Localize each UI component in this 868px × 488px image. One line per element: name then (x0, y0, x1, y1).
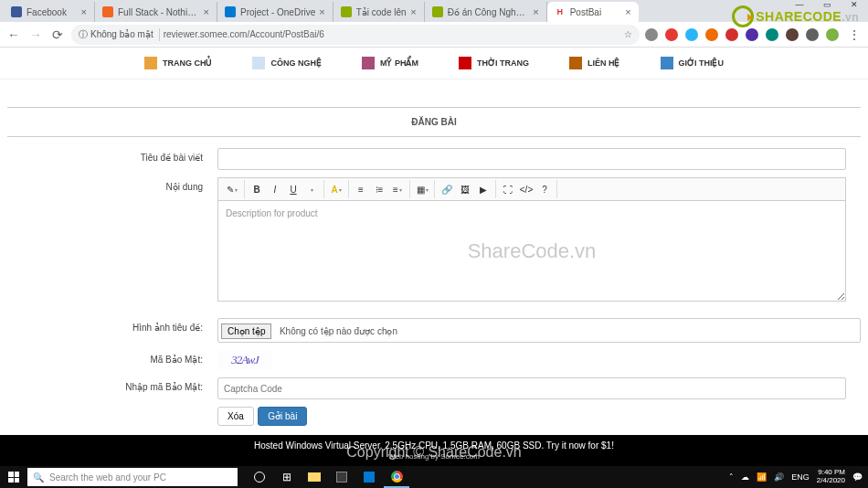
tray-chevron-icon[interactable]: ˄ (729, 472, 734, 482)
file-status: Không có tệp nào được chọn (280, 326, 397, 336)
tab-title: Đồ án Công Nghệ Phầ... (448, 7, 530, 17)
align-button[interactable]: ≡ (388, 180, 407, 198)
watermark-text: ShareCode.vn (468, 239, 597, 263)
text-color-button[interactable]: A (327, 180, 345, 198)
tab-onedrive[interactable]: Project - OneDrive × (217, 2, 333, 22)
nav-tech[interactable]: CÔNG NGHỆ (232, 53, 342, 73)
nav-contact[interactable]: LIÊN HỆ (549, 53, 640, 73)
close-icon[interactable]: × (410, 6, 416, 17)
label-captcha: Mã Bảo Mật: (7, 350, 217, 365)
choose-file-button[interactable]: Chọn tệp (221, 324, 271, 339)
store-icon[interactable] (329, 466, 355, 488)
search-placeholder: Search the web and your PC (49, 472, 166, 483)
nav-fashion[interactable]: THỜI TRANG (439, 53, 549, 73)
submit-button[interactable]: Gởi bài (258, 407, 307, 426)
tab-project[interactable]: Đồ án Công Nghệ Phầ... × (425, 2, 547, 22)
close-icon[interactable]: × (533, 6, 538, 17)
image-button[interactable]: 🖼 (456, 180, 474, 198)
italic-button[interactable]: I (266, 180, 284, 198)
ext-icon[interactable] (725, 28, 738, 41)
wifi-icon[interactable]: 📶 (757, 472, 767, 482)
code-view-button[interactable]: </> (517, 180, 535, 198)
tab-title: Facebook (26, 7, 78, 17)
table-button[interactable]: ▦ (413, 180, 431, 198)
close-icon[interactable]: × (204, 6, 209, 17)
tab-fullstack[interactable]: Full Stack - Nothing is... × (95, 2, 217, 22)
explorer-icon[interactable] (302, 466, 327, 488)
ext-icon[interactable] (645, 28, 658, 41)
ext-icon[interactable] (766, 28, 778, 41)
vscode-icon[interactable] (356, 466, 382, 488)
home-icon (144, 57, 157, 69)
unordered-list-button[interactable]: ≡ (352, 180, 370, 198)
watermark-logo: SHARECODE.vn (732, 5, 859, 27)
dress-icon (459, 57, 471, 69)
page-content: ĐĂNG BÀI Tiêu đề bài viết Nội dung ✎ B I… (0, 107, 868, 426)
security-warning: ⓘ Không bảo mật (79, 28, 160, 41)
clear-button[interactable]: Xóa (217, 407, 254, 426)
fullscreen-button[interactable]: ⛶ (499, 180, 517, 198)
label-enter-captcha: Nhập mã Bảo Mật: (7, 377, 217, 392)
font-color-dropdown[interactable] (302, 180, 321, 198)
close-icon[interactable]: × (81, 6, 87, 17)
label-content: Nội dung (7, 177, 217, 192)
site-icon: H (555, 6, 566, 17)
editor-toolbar: ✎ B I U A ≡ ⁝≡ ≡ ▦ (217, 177, 846, 201)
ext-icon[interactable] (806, 28, 819, 41)
post-title-input[interactable] (217, 148, 846, 170)
profile-avatar[interactable] (826, 28, 839, 41)
help-button[interactable]: ? (535, 180, 554, 198)
close-icon[interactable]: × (319, 6, 324, 17)
contact-icon (569, 57, 582, 69)
style-dropdown[interactable]: ✎ (223, 180, 241, 198)
nav-home[interactable]: TRANG CHỦ (124, 53, 233, 73)
video-button[interactable]: ▶ (474, 180, 492, 198)
clock[interactable]: 9:40 PM 2/4/2020 (817, 469, 845, 485)
onedrive-icon (225, 6, 236, 17)
ext-icon[interactable] (685, 28, 698, 41)
editor-placeholder: Description for product (226, 208, 318, 218)
extension-icons: ⋮ (645, 27, 863, 43)
back-button[interactable]: ← (5, 27, 22, 43)
link-button[interactable]: 🔗 (438, 180, 456, 198)
ext-icon[interactable] (665, 28, 678, 41)
task-view-icon[interactable]: ⊞ (274, 466, 300, 488)
tab-facebook[interactable]: Facebook × (4, 2, 95, 22)
watermark-footer: Copyright © ShareCode.vn (346, 444, 521, 461)
ext-icon[interactable] (786, 28, 799, 41)
site-icon (102, 6, 113, 17)
lipstick-icon (362, 57, 375, 69)
forward-button[interactable]: → (27, 27, 44, 43)
underline-button[interactable]: U (284, 180, 302, 198)
nav-about[interactable]: GIỚI THIỆU (640, 53, 745, 73)
captcha-input[interactable] (217, 377, 846, 399)
tab-title: PostBai (570, 7, 622, 17)
start-button[interactable] (0, 466, 27, 488)
tab-title: Tải code lên (356, 7, 408, 17)
star-icon[interactable]: ☆ (624, 29, 632, 39)
tab-postbai[interactable]: H PostBai × (547, 2, 639, 22)
nav-cosmetics[interactable]: MỸ PHẨM (342, 53, 439, 73)
ext-icon[interactable] (705, 28, 718, 41)
volume-icon[interactable]: 🔊 (774, 472, 784, 482)
onedrive-tray-icon[interactable]: ☁ (741, 472, 749, 482)
ordered-list-button[interactable]: ⁝≡ (370, 180, 388, 198)
label-thumbnail: Hình ảnh tiêu đề: (7, 318, 217, 333)
tab-title: Full Stack - Nothing is... (118, 7, 200, 17)
reload-button[interactable]: ⟳ (49, 27, 66, 43)
tab-upload-code[interactable]: Tải code lên × (333, 2, 425, 22)
editor-body[interactable]: Description for product ShareCode.vn (217, 201, 846, 302)
menu-icon[interactable]: ⋮ (846, 27, 863, 43)
label-post-title: Tiêu đề bài viết (7, 148, 217, 163)
notification-icon[interactable]: 💬 (852, 472, 863, 482)
windows-icon (8, 472, 19, 483)
chrome-icon[interactable] (384, 466, 409, 488)
url-field[interactable]: ⓘ Không bảo mật reviewer.somee.com/Accou… (71, 25, 640, 45)
main-nav: TRANG CHỦ CÔNG NGHỆ MỸ PHẨM THỜI TRANG L… (0, 48, 868, 80)
bold-button[interactable]: B (248, 180, 266, 198)
taskbar-search[interactable]: 🔍 Search the web and your PC (27, 468, 238, 486)
ext-icon[interactable] (746, 28, 758, 41)
close-icon[interactable]: × (625, 6, 630, 17)
cortana-icon[interactable] (247, 466, 272, 488)
language-indicator[interactable]: ENG (791, 472, 810, 482)
